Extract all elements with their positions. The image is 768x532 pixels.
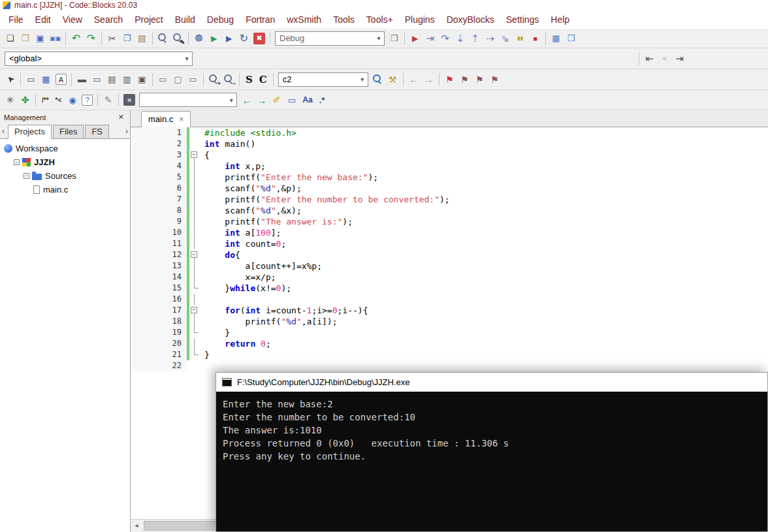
wxs-layout-2-icon[interactable]: ▭ bbox=[89, 72, 104, 87]
tab-scroll-left-icon[interactable]: ‹ bbox=[2, 127, 5, 136]
menu-file[interactable]: File bbox=[3, 12, 29, 27]
code-line[interactable] bbox=[199, 360, 768, 371]
build-target-combo[interactable]: Debug▾ bbox=[275, 31, 385, 46]
code-line[interactable]: x=x/p; bbox=[199, 272, 768, 283]
incsearch-clear-icon[interactable]: ✕ bbox=[123, 94, 135, 106]
tree-item-main-c[interactable]: main.c bbox=[0, 183, 130, 196]
compile-file-icon[interactable]: ❒ bbox=[387, 31, 402, 46]
menu-debug[interactable]: Debug bbox=[201, 12, 240, 27]
next-line-icon[interactable]: ↷ bbox=[438, 31, 453, 46]
doxyblocks-settings-icon[interactable]: ✳ bbox=[3, 93, 18, 107]
code-line[interactable]: printf("Enter the number to be converted… bbox=[199, 194, 768, 205]
highlight-occurrences-icon[interactable]: ✐ bbox=[269, 93, 284, 107]
clear-bookmarks-icon[interactable]: ⚑ bbox=[487, 72, 502, 87]
new-file-icon[interactable]: ❏ bbox=[3, 31, 18, 46]
break-debugger-icon[interactable]: ▮▮ bbox=[513, 31, 528, 46]
tab-close-icon[interactable]: × bbox=[179, 115, 184, 124]
various-info-icon[interactable]: ❒ bbox=[564, 31, 579, 46]
line-number[interactable]: 20 bbox=[131, 338, 187, 349]
code-line[interactable]: }while(x!=0); bbox=[199, 283, 768, 294]
tab-scroll-right-icon[interactable]: › bbox=[125, 127, 128, 136]
editor-tab-main-c[interactable]: main.c × bbox=[141, 111, 191, 127]
next-instruction-icon[interactable]: ⇢ bbox=[483, 31, 498, 46]
wxs-layout-5-icon[interactable]: ▣ bbox=[135, 72, 150, 87]
pointer-icon[interactable]: ➤ bbox=[0, 69, 20, 90]
run-to-cursor-icon[interactable]: ⇥ bbox=[423, 31, 438, 46]
line-number[interactable]: 6 bbox=[131, 183, 187, 194]
fold-toggle-icon[interactable]: − bbox=[191, 151, 197, 158]
management-tab-fs[interactable]: FS bbox=[85, 125, 109, 138]
menu-settings[interactable]: Settings bbox=[500, 12, 545, 27]
doxy-line-comment-icon[interactable]: *< bbox=[52, 93, 65, 107]
menu-view[interactable]: View bbox=[57, 12, 88, 27]
edit-pen-icon[interactable]: ✎ bbox=[101, 93, 116, 107]
debugging-windows-icon[interactable]: ▦ bbox=[549, 31, 564, 46]
code-line[interactable]: int count=0; bbox=[199, 238, 768, 249]
code-line[interactable]: scanf("%d",&p); bbox=[199, 183, 768, 194]
menu-doxyblocks[interactable]: DoxyBlocks bbox=[441, 12, 500, 27]
find-icon[interactable] bbox=[155, 31, 170, 46]
jump-forward-icon[interactable]: ⇥ bbox=[672, 52, 687, 66]
toggle-bookmark-icon[interactable]: ⚑ bbox=[442, 72, 457, 87]
doxywizard-icon[interactable]: ✤ bbox=[18, 93, 33, 107]
abort-icon[interactable]: ✖ bbox=[253, 33, 265, 44]
code-line[interactable]: scanf("%d",&x); bbox=[199, 205, 768, 216]
wxs-layout-3-icon[interactable]: ▤ bbox=[104, 72, 120, 87]
menu-help[interactable]: Help bbox=[545, 12, 575, 27]
doxy-run-icon[interactable]: ◉ bbox=[65, 93, 80, 107]
line-number[interactable]: 3 bbox=[131, 149, 187, 161]
line-number[interactable]: 5 bbox=[131, 172, 187, 183]
line-number[interactable]: 18 bbox=[131, 316, 187, 327]
tree-expander-icon[interactable]: − bbox=[24, 173, 29, 179]
line-number[interactable]: 22 bbox=[131, 360, 187, 371]
wxs-text-icon[interactable]: A bbox=[56, 74, 67, 85]
build-and-run-icon[interactable]: ▶ bbox=[221, 31, 236, 46]
tree-item-sources[interactable]: −Sources bbox=[0, 169, 130, 183]
line-number[interactable]: 8 bbox=[131, 205, 187, 216]
incsearch-next-icon[interactable]: → bbox=[254, 93, 269, 107]
fold-toggle-icon[interactable]: − bbox=[191, 251, 197, 258]
code-line[interactable]: int a[100]; bbox=[199, 227, 768, 238]
wxs-shape-1-icon[interactable]: ▭ bbox=[155, 72, 170, 87]
step-into-icon[interactable]: ⇣ bbox=[453, 31, 468, 46]
debug-continue-icon[interactable]: ▶ bbox=[408, 31, 423, 46]
code-line[interactable]: printf("The answer is:"); bbox=[199, 216, 768, 227]
prev-bookmark-icon[interactable]: ⚑ bbox=[457, 72, 472, 87]
search-options-icon[interactable]: ⚒ bbox=[385, 72, 400, 87]
code-line[interactable]: { bbox=[199, 149, 768, 161]
tree-expander-icon[interactable]: − bbox=[14, 159, 20, 165]
cut-icon[interactable]: ✂ bbox=[104, 31, 120, 46]
selected-only-icon[interactable]: ▭ bbox=[284, 93, 299, 107]
menu-tools-[interactable]: Tools+ bbox=[360, 12, 399, 27]
close-icon[interactable]: ✕ bbox=[116, 113, 126, 121]
code-line[interactable]: int x,p; bbox=[199, 161, 768, 172]
line-number[interactable]: 19 bbox=[131, 327, 187, 338]
tree-item-jjzh[interactable]: −JJZH bbox=[0, 155, 130, 169]
incremental-search-combo[interactable]: ▾ bbox=[139, 93, 237, 107]
replace-icon[interactable]: ✎ bbox=[170, 31, 185, 46]
save-icon[interactable]: ▣ bbox=[33, 31, 48, 46]
open-file-icon[interactable]: ❐ bbox=[18, 31, 33, 46]
next-bookmark-icon[interactable]: ⚑ bbox=[472, 72, 487, 87]
wxs-layout-1-icon[interactable]: ▬ bbox=[74, 72, 89, 87]
symbol-c-icon[interactable]: C bbox=[256, 72, 270, 87]
window-titlebar[interactable]: main.c [JJZH] - Code::Blocks 20.03 bbox=[0, 0, 768, 10]
line-number[interactable]: 4 bbox=[131, 161, 187, 172]
doxy-block-comment-icon[interactable]: /** bbox=[39, 93, 52, 107]
management-tab-files[interactable]: Files bbox=[53, 125, 84, 138]
console-output[interactable]: Enter the new base:2Enter the number to … bbox=[216, 392, 767, 531]
menu-plugins[interactable]: Plugins bbox=[399, 12, 441, 27]
menu-project[interactable]: Project bbox=[129, 12, 169, 27]
thread-search-icon[interactable] bbox=[370, 72, 385, 87]
line-number[interactable]: 17 bbox=[131, 305, 187, 316]
save-all-icon[interactable]: ▣▣ bbox=[48, 31, 63, 46]
zoom-out-icon[interactable]: − bbox=[221, 72, 236, 87]
management-tab-projects[interactable]: Projects bbox=[8, 125, 52, 139]
menu-wxsmith[interactable]: wxSmith bbox=[281, 12, 327, 27]
code-line[interactable]: } bbox=[199, 349, 768, 360]
scroll-left-icon[interactable]: ◄ bbox=[131, 520, 142, 532]
code-line[interactable]: printf("Enter the new base:"); bbox=[199, 172, 768, 183]
jump-back-icon[interactable]: ⇤ bbox=[642, 52, 657, 66]
undo-icon[interactable]: ↶ bbox=[69, 31, 84, 46]
jump-marker-icon[interactable]: ○ bbox=[657, 52, 672, 66]
